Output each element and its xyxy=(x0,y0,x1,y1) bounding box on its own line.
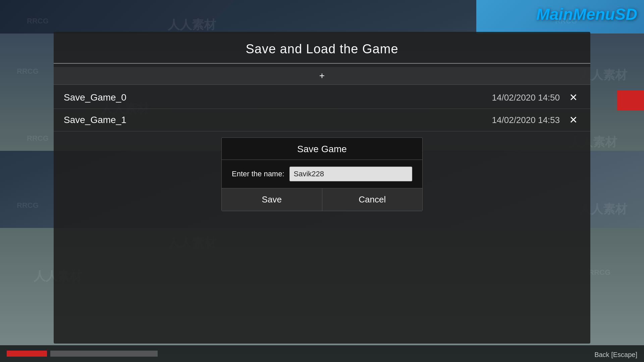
save-dialog-title: Save Game xyxy=(297,144,347,154)
save-load-panel: Save and Load the Game + Save_Game_0 14/… xyxy=(54,32,590,344)
bottom-bar: Back [Escape] xyxy=(0,345,644,362)
save-slot-row-0[interactable]: Save_Game_0 14/02/2020 14:50 ✕ xyxy=(54,86,590,109)
delete-slot-1-button[interactable]: ✕ xyxy=(567,114,580,126)
save-slot-row-1[interactable]: Save_Game_1 14/02/2020 14:53 ✕ xyxy=(54,109,590,131)
save-slot-date-1: 14/02/2020 14:53 xyxy=(492,115,560,125)
bottom-progress-gray xyxy=(50,351,158,357)
delete-slot-0-button[interactable]: ✕ xyxy=(567,91,580,104)
save-dialog-buttons: Save Cancel xyxy=(222,188,422,211)
bottom-progress-red xyxy=(7,351,47,357)
red-accent-bar xyxy=(617,90,644,111)
save-slot-name-1: Save_Game_1 xyxy=(64,115,492,125)
save-dialog-body: Enter the name: xyxy=(222,160,422,188)
add-save-button[interactable]: + xyxy=(319,71,325,80)
add-save-row[interactable]: + xyxy=(54,67,590,85)
dialog-save-button[interactable]: Save xyxy=(222,188,322,211)
save-dialog-header: Save Game xyxy=(222,138,422,160)
panel-title: Save and Load the Game xyxy=(246,42,398,56)
save-dialog-label-row: Enter the name: xyxy=(232,167,412,181)
dialog-cancel-button[interactable]: Cancel xyxy=(322,188,423,211)
bottom-back-label: Back [Escape] xyxy=(594,351,637,359)
save-game-dialog: Save Game Enter the name: Save Cancel xyxy=(221,137,423,211)
save-slot-date-0: 14/02/2020 14:50 xyxy=(492,93,560,103)
save-slot-name-0: Save_Game_0 xyxy=(64,92,492,103)
panel-header: Save and Load the Game xyxy=(54,32,590,64)
save-name-input[interactable] xyxy=(289,167,412,181)
save-dialog-label: Enter the name: xyxy=(232,170,284,178)
